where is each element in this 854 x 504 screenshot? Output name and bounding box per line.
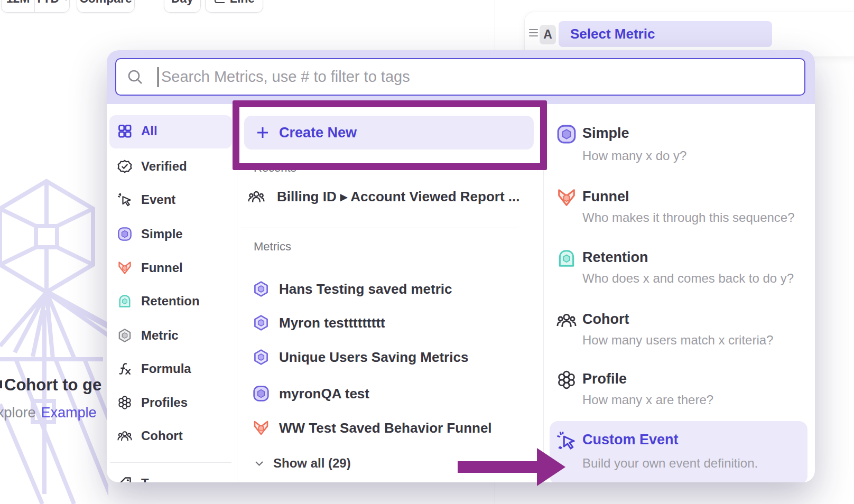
funnel-icon: [117, 260, 132, 275]
type-cohort-desc: How many users match x criteria?: [582, 333, 773, 348]
chevron-down-icon: [63, 0, 69, 1]
cohort-icon: [117, 428, 132, 443]
category-label: Formula: [141, 361, 191, 376]
category-event[interactable]: Event: [107, 183, 237, 217]
type-simple[interactable]: Simple: [582, 125, 629, 142]
saved-metric-row[interactable]: WW Test Saved Behavior Funnel: [237, 411, 543, 445]
category-label: Retention: [141, 294, 200, 309]
example-link[interactable]: Example: [41, 405, 97, 421]
type-funnel[interactable]: Funnel: [582, 189, 629, 205]
saved-metric-label: Hans Testing saved metric: [279, 281, 452, 297]
annotation-highlight-box: [233, 100, 547, 170]
category-metric[interactable]: Metric: [107, 319, 237, 352]
saved-metric-row[interactable]: Hans Testing saved metric: [237, 272, 543, 306]
annotation-arrow: [454, 445, 568, 489]
simple-metric-icon: [117, 227, 132, 241]
category-label: Verified: [141, 159, 187, 174]
recent-item[interactable]: Billing ID ▸ Account Viewed Report ...: [237, 180, 543, 213]
screen: 12M YTD Compare Day Line: [0, 0, 854, 504]
explore-line: xploreExample: [0, 405, 97, 421]
category-label: Profiles: [141, 395, 188, 410]
grid-icon: [117, 124, 132, 138]
type-cohort[interactable]: Cohort: [582, 311, 629, 328]
category-label: Funnel: [141, 260, 183, 275]
profiles-icon: [556, 370, 577, 390]
saved-metric-label: Myron testtttttttt: [279, 315, 385, 331]
range-ytd-label: YTD: [35, 0, 59, 6]
line-button-label: Line: [230, 0, 255, 6]
category-funnel[interactable]: Funnel: [107, 251, 237, 285]
verified-badge-icon: [117, 159, 132, 174]
type-custom-event[interactable]: Custom Event: [582, 432, 679, 448]
chart-type-line-button[interactable]: Line: [205, 0, 263, 13]
category-formula[interactable]: Formula: [107, 352, 237, 386]
show-all-label: Show all (29): [273, 456, 351, 471]
category-verified[interactable]: Verified: [107, 150, 237, 183]
chevron-down-icon: [255, 461, 264, 466]
search-icon: [127, 69, 144, 86]
simple-metric-icon: [556, 124, 577, 144]
recent-item-label: Billing ID ▸ Account Viewed Report ...: [277, 189, 519, 205]
type-profile-desc: How many x are there?: [582, 393, 713, 407]
custom-event-highlight[interactable]: [550, 421, 807, 482]
category-all[interactable]: All: [107, 114, 237, 148]
cursor-click-icon: [117, 192, 132, 207]
saved-metric-row[interactable]: myronQA test: [237, 377, 543, 410]
saved-metric-label: Unique Users Saving Metrics: [279, 349, 468, 366]
empty-state-headline: Cohort to ge: [4, 376, 101, 395]
cohort-icon: [556, 310, 577, 330]
category-label: Cohort: [141, 428, 183, 443]
clipped-letter-fragment: [0, 380, 2, 388]
tag-icon: [117, 476, 132, 482]
saved-metric-row[interactable]: Myron testtttttttt: [237, 306, 543, 340]
category-profiles[interactable]: Profiles: [107, 386, 237, 419]
recents-metrics-divider: [241, 228, 518, 228]
metric-hexagon-icon: [117, 328, 132, 343]
saved-metric-row[interactable]: Unique Users Saving Metrics: [237, 340, 543, 374]
type-profile[interactable]: Profile: [582, 371, 627, 387]
category-tags-partial[interactable]: T: [107, 466, 237, 482]
drag-handle-icon[interactable]: [529, 27, 538, 39]
formula-icon: [117, 361, 132, 376]
category-retention[interactable]: Retention: [107, 284, 237, 318]
date-range-segmented-control: 12M YTD: [1, 0, 70, 13]
funnel-icon: [253, 419, 270, 436]
cohort-icon: [247, 188, 265, 205]
profiles-icon: [117, 395, 132, 410]
series-a-badge: A: [540, 25, 556, 44]
empty-state-illustration: [0, 177, 108, 504]
sidebar-bottom-divider: [110, 462, 231, 463]
retention-icon: [117, 294, 132, 309]
category-label: Simple: [141, 227, 183, 241]
range-ytd-button[interactable]: YTD: [35, 0, 69, 12]
search-input[interactable]: Search Metrics, use # to filter to tags: [115, 58, 805, 96]
funnel-icon: [556, 188, 577, 208]
metric-hexagon-icon: [253, 314, 270, 331]
category-label: T: [141, 476, 149, 482]
explore-text: xplore: [0, 405, 36, 421]
metric-hexagon-icon: [253, 349, 270, 366]
text-cursor: [157, 67, 159, 87]
category-label: Event: [141, 192, 175, 207]
metrics-section-label: Metrics: [254, 240, 291, 254]
saved-metric-label: myronQA test: [279, 386, 369, 402]
select-metric-field[interactable]: Select Metric: [559, 21, 772, 47]
category-label: Metric: [141, 328, 179, 343]
retention-icon: [556, 248, 577, 268]
category-cohort[interactable]: Cohort: [107, 419, 237, 453]
type-funnel-desc: Who makes it through this sequence?: [582, 210, 795, 225]
type-retention[interactable]: Retention: [582, 249, 648, 266]
line-chart-icon: [214, 0, 225, 4]
type-custom-event-desc: Build your own event definition.: [582, 456, 758, 471]
metric-hexagon-icon: [253, 281, 270, 297]
compare-button[interactable]: Compare: [77, 0, 135, 13]
range-12m-button[interactable]: 12M: [2, 0, 35, 12]
type-retention-desc: Who does x and comes back to do y?: [582, 271, 794, 286]
granularity-day-button[interactable]: Day: [164, 0, 201, 13]
search-placeholder: Search Metrics, use # to filter to tags: [161, 68, 410, 86]
type-simple-desc: How many x do y?: [582, 148, 686, 163]
simple-metric-icon: [253, 385, 270, 402]
category-label: All: [141, 124, 157, 138]
category-simple[interactable]: Simple: [107, 217, 237, 251]
saved-metric-label: WW Test Saved Behavior Funnel: [279, 420, 492, 436]
